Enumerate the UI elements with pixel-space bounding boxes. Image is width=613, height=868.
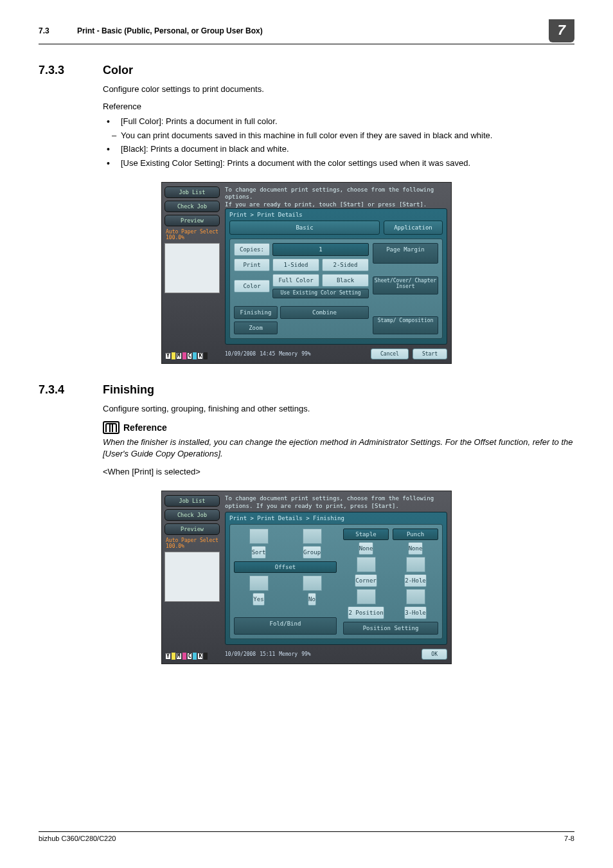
job-list-tab[interactable]: Job List xyxy=(164,495,220,507)
full-color-button[interactable]: Full Color xyxy=(272,274,319,287)
list-item: [Use Existing Color Setting]: Prints a d… xyxy=(103,157,574,170)
footer-page-number: 7-8 xyxy=(564,835,574,842)
page-margin-button[interactable]: Page Margin xyxy=(373,243,438,264)
ok-button[interactable]: OK xyxy=(422,649,447,660)
instruction-text: To change document print settings, choos… xyxy=(225,495,447,512)
auto-paper-select: Auto Paper Select 100.0% xyxy=(166,538,220,549)
sheet-cover-button[interactable]: Sheet/Cover/ Chapter Insert xyxy=(373,276,438,294)
footer-date: 10/09/2008 xyxy=(225,351,256,357)
list-item: [Full Color]: Prints a document in full … xyxy=(103,115,574,128)
staple-corner-button[interactable]: Corner xyxy=(355,574,377,587)
combine-button[interactable]: Combine xyxy=(280,306,369,319)
header-section-number: 7.3 xyxy=(39,26,77,35)
punch-3hole-button[interactable]: 3-Hole xyxy=(404,606,427,619)
staple-2pos-icon xyxy=(357,589,376,604)
reference-icon xyxy=(103,421,120,434)
reference-label: Reference xyxy=(103,102,574,111)
group-icon xyxy=(303,529,322,544)
staple-none-button[interactable]: None xyxy=(359,542,374,555)
memory-label: Memory xyxy=(279,351,298,357)
preview-tab[interactable]: Preview xyxy=(164,215,220,226)
memory-label: Memory xyxy=(279,651,298,657)
offset-yes-icon xyxy=(249,575,269,591)
stamp-composition-button[interactable]: Stamp/ Composition xyxy=(373,316,438,334)
offset-no-icon xyxy=(303,575,322,591)
section-title: Color xyxy=(103,64,133,77)
footer-time: 15:11 xyxy=(260,651,275,657)
instruction-text: To change document print settings, choos… xyxy=(225,186,447,208)
start-button[interactable]: Start xyxy=(413,348,447,359)
punch-2hole-button[interactable]: 2-Hole xyxy=(404,574,427,587)
color-label: Color xyxy=(234,280,270,293)
section-title: Finishing xyxy=(103,383,154,397)
section-intro: Configure sorting, grouping, finishing a… xyxy=(103,403,574,415)
fold-bind-button[interactable]: Fold/Bind xyxy=(234,617,337,635)
auto-paper-select: Auto Paper Select 100.0% xyxy=(166,229,220,240)
punch-2hole-icon xyxy=(406,557,425,572)
staple-corner-icon xyxy=(357,557,376,572)
toner-levels: Y M C K xyxy=(166,352,208,359)
screenshot-print-details-finishing: Job List Check Job Preview Auto Paper Se… xyxy=(161,491,452,664)
memory-value: 99% xyxy=(301,351,310,357)
footer-date: 10/09/2008 xyxy=(225,651,256,657)
staple-2position-button[interactable]: 2 Position xyxy=(348,606,384,619)
zoom-button[interactable]: Zoom xyxy=(234,321,278,334)
punch-none-button[interactable]: None xyxy=(408,542,423,555)
list-item: [Black]: Prints a document in black and … xyxy=(103,143,574,156)
section-intro: Configure color settings to print docume… xyxy=(103,84,574,95)
offset-no-button[interactable]: No xyxy=(308,593,316,606)
screenshot-print-details-basic: Job List Check Job Preview Auto Paper Se… xyxy=(161,182,452,364)
sort-icon xyxy=(249,529,269,544)
preview-thumbnail xyxy=(164,243,220,293)
toner-levels: Y M C K xyxy=(166,653,208,660)
copies-value[interactable]: 1 xyxy=(272,243,369,256)
basic-tab[interactable]: Basic xyxy=(229,221,380,235)
application-tab[interactable]: Application xyxy=(384,221,443,235)
check-job-tab[interactable]: Check Job xyxy=(164,201,220,212)
offset-heading: Offset xyxy=(234,561,337,573)
reference-heading: Reference xyxy=(123,422,167,433)
preview-thumbnail xyxy=(164,552,220,602)
chapter-chip: 7 xyxy=(549,19,574,42)
two-sided-button[interactable]: 2-Sided xyxy=(322,258,369,271)
reference-note: When the finisher is installed, you can … xyxy=(103,437,574,460)
punch-3hole-icon xyxy=(406,589,425,604)
punch-heading: Punch xyxy=(393,529,438,540)
check-job-tab[interactable]: Check Job xyxy=(164,509,220,521)
footer-product: bizhub C360/C280/C220 xyxy=(39,835,116,842)
section-heading-finishing: 7.3.4 Finishing xyxy=(39,383,574,397)
cancel-button[interactable]: Cancel xyxy=(371,348,409,359)
selection-label: <When [Print] is selected> xyxy=(103,466,574,478)
breadcrumb: Print > Print Details xyxy=(229,212,443,218)
finishing-button[interactable]: Finishing xyxy=(234,306,278,319)
section-number: 7.3.3 xyxy=(39,64,103,77)
copies-label: Copies: xyxy=(234,243,270,256)
msg-line: If you are ready to print, touch [Start]… xyxy=(225,201,427,208)
one-sided-button[interactable]: 1-Sided xyxy=(272,258,319,271)
section-number: 7.3.4 xyxy=(39,383,103,397)
footer-time: 14:45 xyxy=(260,351,275,357)
msg-line: To change document print settings, choos… xyxy=(225,186,434,200)
reference-list: [Full Color]: Prints a document in full … xyxy=(103,115,574,169)
page-footer: bizhub C360/C280/C220 7-8 xyxy=(39,831,574,842)
header-title: Print - Basic (Public, Personal, or Grou… xyxy=(77,26,549,35)
black-button[interactable]: Black xyxy=(322,274,369,287)
page-header: 7.3 Print - Basic (Public, Personal, or … xyxy=(39,19,574,44)
offset-yes-button[interactable]: Yes xyxy=(253,593,264,606)
preview-tab[interactable]: Preview xyxy=(164,523,220,535)
sort-button[interactable]: Sort xyxy=(251,546,267,559)
group-button[interactable]: Group xyxy=(303,546,321,559)
staple-heading: Staple xyxy=(343,529,389,540)
position-setting-button[interactable]: Position Setting xyxy=(343,622,438,635)
print-label: Print xyxy=(234,258,270,271)
job-list-tab[interactable]: Job List xyxy=(164,186,220,198)
use-existing-color-button[interactable]: Use Existing Color Setting xyxy=(272,289,369,298)
section-heading-color: 7.3.3 Color xyxy=(39,64,574,77)
memory-value: 99% xyxy=(301,651,310,657)
breadcrumb: Print > Print Details > Finishing xyxy=(229,515,443,521)
list-item: You can print documents saved in this ma… xyxy=(103,129,574,142)
